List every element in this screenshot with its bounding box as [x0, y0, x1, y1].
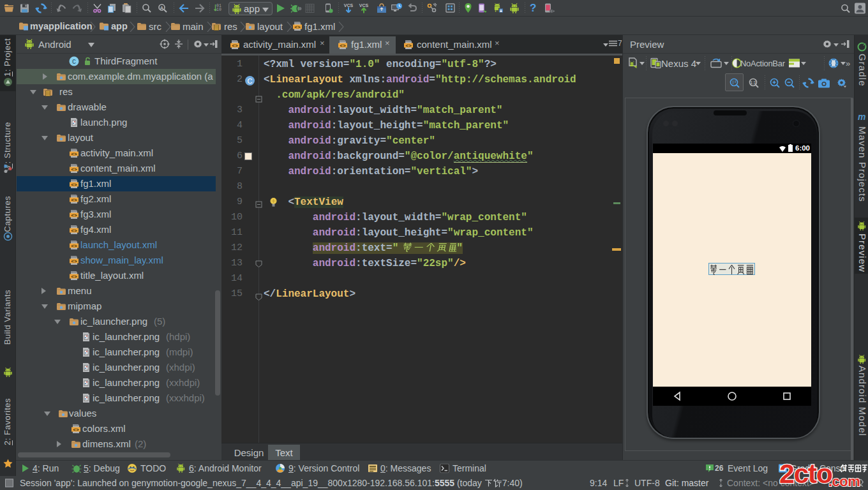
svg-text:2cto: 2cto — [779, 458, 832, 489]
svg-text:.com: .com — [828, 473, 860, 489]
svg-text:10: 10 — [216, 8, 221, 12]
svg-text:C: C — [72, 59, 76, 66]
svg-text:1:1: 1:1 — [750, 80, 756, 84]
svg-text:C: C — [248, 77, 253, 85]
svg-text:A: A — [160, 4, 164, 10]
svg-text:VCS: VCS — [344, 3, 354, 7]
svg-text:VCS: VCS — [359, 3, 369, 7]
